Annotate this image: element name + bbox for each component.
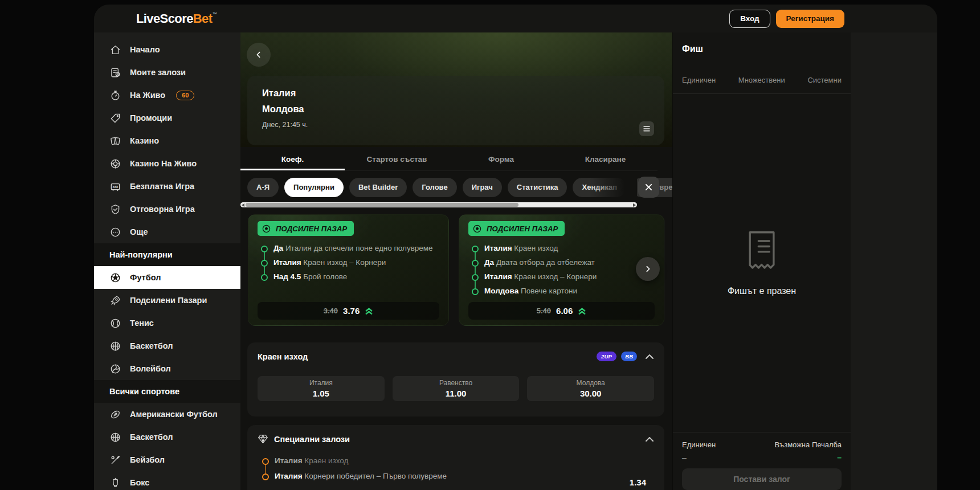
sidebar-item-home[interactable]: Начало [94,38,240,61]
market-title: Краен изход [258,352,308,361]
sidebar-item-free-game[interactable]: 888 Безплатна Игра [94,175,240,198]
sidebar-item-boosted-markets[interactable]: Подсилени Пазари [94,289,240,312]
close-icon [645,183,652,191]
outcome-draw[interactable]: Равенство 11.00 [393,376,520,401]
betslip-footer-values: – – [682,453,842,462]
leg-pick: Италия [484,272,512,281]
sidebar-item-volleyball[interactable]: Волейбол [94,357,240,380]
horizontal-scrollbar[interactable] [240,202,637,207]
sidebar-item-label: Американски Футбол [130,410,218,419]
collapse-specials-button[interactable] [645,436,654,442]
place-bet-button[interactable]: Постави залог [682,468,842,490]
chip-handicap[interactable]: Хендикап [573,178,626,197]
scrollbar-left-arrow-icon[interactable] [242,203,244,207]
back-button[interactable] [247,43,271,67]
match-tabs: Коеф. Стартов състав Форма Класиране [240,147,658,171]
chip-player[interactable]: Играч [463,178,502,197]
boosted-odds-button[interactable]: 3.40 3.76 [258,302,439,320]
outcome-odds: 30.00 [580,389,602,398]
receipt-icon [745,230,778,271]
sidebar-item-boxing[interactable]: Бокс [94,471,240,490]
tab-odds[interactable]: Коеф. [240,147,345,170]
leg-market: Краен изход – Корнери [303,258,386,267]
tab-form[interactable]: Форма [449,147,553,170]
sidebar-item-baseball[interactable]: Бейзбол [94,448,240,471]
sidebar-item-label: Казино На Живо [130,159,197,168]
brand-logo[interactable]: LiveScoreBet™ [136,11,217,26]
market-outcomes: Италия 1.05 Равенство 11.00 Молдова 30.0… [258,376,654,401]
outcome-odds: 11.00 [446,389,467,398]
betslip-tab-single[interactable]: Единичен [682,76,716,84]
sidebar-item-label: Безплатна Игра [130,182,194,191]
outcome-away[interactable]: Молдова 30.00 [527,376,654,401]
chip-statistics[interactable]: Статистика [508,178,567,197]
sidebar-item-label: Казино [130,136,159,145]
football-icon [109,272,121,284]
chip-az[interactable]: А-Я [247,178,279,197]
tab-lineups[interactable]: Стартов състав [345,147,449,170]
login-button[interactable]: Вход [729,10,770,28]
svg-text:888: 888 [113,185,118,188]
leg-pick: Италия [275,472,303,480]
match-menu-button[interactable] [639,121,654,136]
boosted-market-badge-label: ПОДСИЛЕН ПАЗАР [487,224,558,233]
casino-icon [109,135,121,147]
live-icon [109,89,121,101]
boost-legs: Да Италия да спечели поне едно полувреме… [261,243,439,282]
away-team-name: Молдова [262,104,650,114]
sidebar-item-more[interactable]: Още [94,220,240,243]
boost-leg: Молдова Повече картони [472,285,655,296]
scrollbar-thumb[interactable] [246,203,518,207]
sidebar-item-live-casino[interactable]: Казино На Живо [94,152,240,175]
leg-pick: Да [484,258,494,267]
sidebar-item-basketball-2[interactable]: Баскетбол [94,426,240,448]
boost-leg: Да Италия да спечели поне едно полувреме [261,243,439,254]
responsible-gaming-icon [109,203,121,215]
special-bet-legs[interactable]: Италия Краен изход Италия Корнери победи… [262,455,654,481]
outcome-home[interactable]: Италия 1.05 [258,376,385,401]
boost-leg: Над 4.5 Брой голове [261,271,439,282]
sidebar-item-responsible-gaming[interactable]: Отговорна Игра [94,198,240,220]
sidebar-item-casino[interactable]: Казино [94,129,240,152]
top-bar: LiveScoreBet™ Вход Регистрация [94,5,937,32]
scrollbar-right-arrow-icon[interactable] [633,203,636,207]
boxing-icon [109,477,121,489]
outcome-odds: 1.05 [313,389,329,398]
boosted-odds: 3.76 [343,306,360,316]
outcome-label: Молдова [577,379,605,387]
chip-bet-builder[interactable]: Bet Builder [349,178,407,197]
sidebar-item-promotions[interactable]: Промоции [94,107,240,129]
betslip-tab-system[interactable]: Системни [807,76,842,84]
betslip-empty-state: Фишът е празен [673,94,851,432]
sidebar-item-tennis[interactable]: Тенис [94,312,240,334]
register-button[interactable]: Регистрация [776,10,844,28]
boosted-markets-carousel: ПОДСИЛЕН ПАЗАР Да Италия да спечели поне… [248,214,664,326]
close-filters-button[interactable] [638,177,659,198]
live-casino-icon [109,158,121,170]
baseball-icon [109,454,121,466]
sidebar-item-label: Промоции [130,113,172,122]
outcome-label: Равенство [439,379,472,387]
leg-market: Краен изход [514,244,558,252]
old-odds: 3.40 [324,307,338,315]
chip-popular[interactable]: Популярни [284,178,344,197]
sidebar-item-live[interactable]: На Живо 60 [94,84,240,107]
sidebar-item-american-football[interactable]: Американски Футбол [94,403,240,426]
bet-builder-badge: BB [621,352,637,361]
betslip-tab-multiple[interactable]: Множествени [738,76,785,84]
carousel-next-button[interactable] [636,257,660,281]
special-bet-odds: 1.34 [630,477,646,487]
boosted-odds-button[interactable]: 5.40 6.06 [468,302,655,320]
free-game-icon: 888 [109,181,121,193]
sidebar-item-football[interactable]: Футбол [94,266,240,289]
chip-goals[interactable]: Голове [413,178,456,197]
leg-market: Краен изход [304,456,348,465]
main-content: Италия Молдова Днес, 21:45 ч. Коеф. Стар… [240,32,672,490]
collapse-market-button[interactable] [645,354,654,360]
sidebar-item-my-bets[interactable]: Моите залози [94,61,240,84]
tab-standings[interactable]: Класиране [553,147,658,170]
leg-pick: Италия [273,258,301,267]
sidebar-item-label: Футбол [130,273,161,282]
betslip-tabs: Единичен Множествени Системни [673,76,851,94]
sidebar-item-basketball[interactable]: Баскетбол [94,334,240,357]
